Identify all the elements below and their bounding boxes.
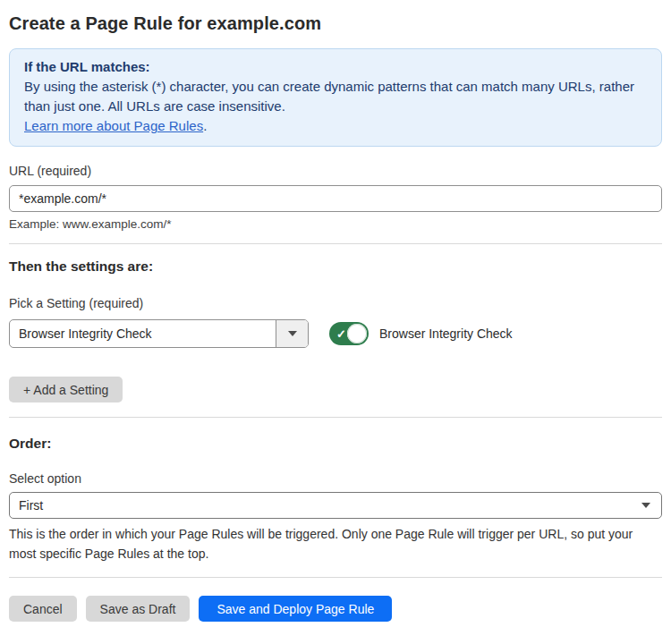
- check-icon: ✓: [336, 328, 346, 340]
- divider: [9, 417, 662, 418]
- order-section-heading: Order:: [9, 436, 662, 452]
- url-input[interactable]: [9, 185, 662, 212]
- chevron-down-icon: [641, 503, 650, 508]
- save-deploy-button[interactable]: Save and Deploy Page Rule: [199, 596, 392, 622]
- cancel-button[interactable]: Cancel: [9, 596, 77, 622]
- setting-dropdown-arrow-button[interactable]: [276, 320, 308, 347]
- url-field-label: URL (required): [9, 164, 662, 178]
- save-draft-button[interactable]: Save as Draft: [86, 596, 191, 622]
- pick-setting-label: Pick a Setting (required): [9, 296, 662, 310]
- setting-toggle[interactable]: ✓: [329, 322, 369, 345]
- info-banner-link-line: Learn more about Page Rules.: [24, 116, 647, 136]
- order-select-label: Select option: [9, 471, 662, 486]
- toggle-knob: [347, 324, 367, 343]
- page-rule-form: Create a Page Rule for example.com If th…: [0, 0, 671, 622]
- order-helper-text: This is the order in which your Page Rul…: [9, 524, 662, 564]
- chevron-down-icon: [288, 331, 297, 336]
- url-example-helper: Example: www.example.com/*: [9, 217, 662, 231]
- settings-section-heading: Then the settings are:: [9, 258, 662, 275]
- setting-dropdown[interactable]: Browser Integrity Check: [9, 319, 309, 348]
- order-select-value: First: [19, 498, 641, 513]
- learn-more-link[interactable]: Learn more about Page Rules: [24, 118, 203, 133]
- divider: [9, 243, 662, 244]
- url-match-info-banner: If the URL matches: By using the asteris…: [9, 48, 662, 147]
- toggle-label: Browser Integrity Check: [379, 326, 513, 341]
- add-setting-button[interactable]: + Add a Setting: [9, 377, 123, 402]
- divider: [9, 577, 662, 578]
- link-period: .: [203, 118, 207, 133]
- order-select[interactable]: First: [9, 492, 662, 519]
- info-banner-heading: If the URL matches:: [24, 57, 647, 77]
- setting-dropdown-value: Browser Integrity Check: [10, 320, 276, 347]
- form-actions: Cancel Save as Draft Save and Deploy Pag…: [9, 596, 662, 622]
- setting-row: Browser Integrity Check ✓ Browser Integr…: [9, 319, 662, 348]
- page-title: Create a Page Rule for example.com: [9, 0, 662, 34]
- info-banner-body: By using the asterisk (*) character, you…: [24, 77, 647, 116]
